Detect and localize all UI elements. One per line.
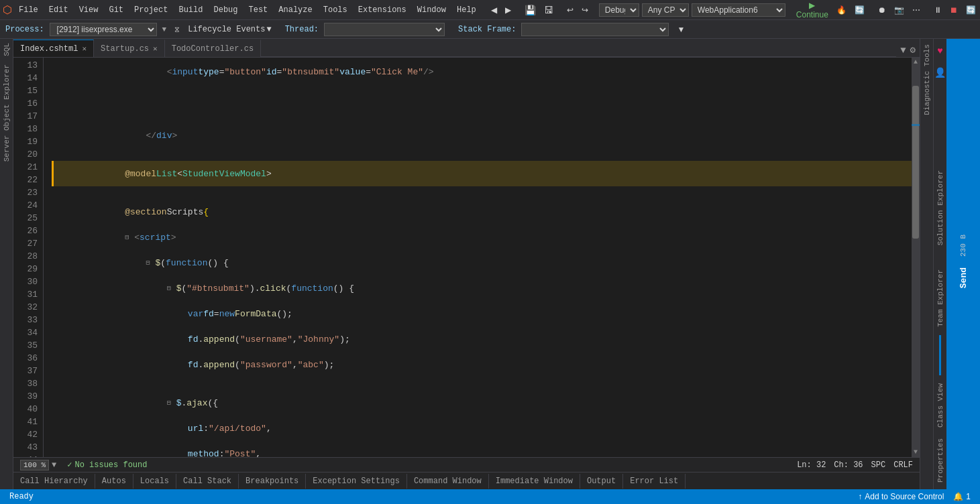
pause-button[interactable]: ⏸ — [931, 4, 944, 16]
team-explorer-label[interactable]: Team Explorer — [935, 265, 946, 331]
code-line-31: method: "Post", — [52, 441, 912, 457]
undo-button[interactable]: ↩ — [564, 4, 576, 16]
tab-breakpoints[interactable]: Breakpoints — [239, 474, 306, 489]
build-menu[interactable]: Build — [174, 4, 207, 16]
view-menu[interactable]: View — [75, 4, 103, 16]
tab-autos[interactable]: Autos — [95, 474, 133, 489]
vertical-scrollbar[interactable]: ▲ ▼ — [912, 58, 920, 457]
heart-icon[interactable]: ♥ — [936, 42, 944, 60]
tab-todocontroller[interactable]: TodoController.cs — [165, 40, 261, 57]
code-line-19: @model List<StudentViewModel> — [52, 161, 912, 186]
profile-icon[interactable]: 👤 — [933, 63, 947, 82]
tab-bar-end — [261, 40, 896, 57]
screenshot-button[interactable]: 📷 — [891, 4, 907, 16]
tab-output[interactable]: Output — [580, 474, 623, 489]
collapse-22[interactable]: ⊟ — [125, 231, 133, 244]
properties-label[interactable]: Properties — [935, 434, 946, 487]
debug-menu[interactable]: Debug — [209, 4, 241, 16]
save-all-button[interactable]: 🖫 — [541, 3, 556, 17]
collapse-23[interactable]: ⊟ — [146, 257, 154, 269]
tab-call-hierarchy[interactable]: Call Hierarchy — [13, 474, 95, 489]
dots-button[interactable]: ⋯ — [910, 4, 923, 16]
tab-immediate-window[interactable]: Immediate Window — [489, 474, 580, 489]
thread-select[interactable] — [324, 23, 445, 36]
git-menu[interactable]: Git — [105, 4, 127, 16]
ln-25: 25 — [13, 212, 38, 225]
right-icons-panel: ♥ 👤 Solution Explorer Team Explorer Clas… — [933, 39, 946, 489]
tab-index-cshtml[interactable]: Index.cshtml ✕ — [13, 40, 94, 57]
stack-btn[interactable]: ▼ — [674, 23, 688, 36]
tab-settings-icon[interactable]: ⚙ — [909, 43, 917, 57]
code-line-27: fd.append("password", "abc"); — [52, 352, 912, 377]
zoom-value[interactable]: 100 % — [20, 460, 49, 470]
continue-button[interactable]: ▶ Continue — [794, 0, 831, 21]
project-menu[interactable]: Project — [130, 4, 172, 16]
server-object-explorer-label[interactable]: Server Object Explorer — [1, 60, 12, 166]
stack-select[interactable] — [521, 23, 669, 36]
file-menu[interactable]: File — [15, 4, 42, 16]
breakpoint-button[interactable]: ⏺ — [875, 4, 889, 16]
zoom-control[interactable]: 100 % ▼ — [20, 460, 56, 470]
tab-close-index[interactable]: ✕ — [82, 44, 87, 53]
lifecycle-button[interactable]: Lifecycle Events ▼ — [188, 25, 271, 34]
collapse-29[interactable]: ⊟ — [167, 397, 175, 410]
solution-explorer-label[interactable]: Solution Explorer — [935, 166, 946, 249]
notifications-button[interactable]: 🔔 1 — [949, 492, 975, 501]
scroll-down-btn[interactable]: ▼ — [912, 448, 920, 457]
collapse-24[interactable]: ⊟ — [167, 282, 175, 295]
tab-error-list[interactable]: Error List — [623, 474, 686, 489]
send-button[interactable]: Send — [956, 262, 971, 294]
ln-13: 13 — [13, 59, 38, 72]
save-button[interactable]: 💾 — [522, 3, 539, 17]
class-view-label[interactable]: Class View — [935, 379, 946, 432]
ln-36: 36 — [13, 352, 38, 365]
tab-startup[interactable]: Startup.cs ✕ — [94, 40, 165, 57]
project-dropdown[interactable]: WebApplication6 — [692, 3, 785, 17]
active-indicator — [939, 335, 941, 375]
fire-button[interactable]: 🔥 — [834, 4, 849, 16]
source-control-button[interactable]: ↑ Add to Source Control — [854, 492, 948, 501]
source-control-label: Add to Source Control — [865, 492, 944, 501]
thread-label: Thread: — [285, 25, 319, 34]
ready-label: Ready — [9, 492, 34, 501]
app-icon: ⬡ — [3, 3, 12, 17]
ln-34: 34 — [13, 326, 38, 339]
restart-button[interactable]: 🔄 — [963, 4, 979, 16]
line-ending: CRLF — [893, 460, 913, 470]
cpu-dropdown[interactable]: Any CPU — [642, 3, 689, 17]
back-button[interactable]: ◀ — [488, 4, 500, 16]
scroll-up-btn[interactable]: ▲ — [912, 58, 920, 67]
scroll-track[interactable] — [912, 67, 920, 448]
refresh-button[interactable]: 🔄 — [852, 4, 867, 16]
code-line-20 — [52, 186, 912, 199]
code-line-24: ⊟$("#btnsubmit").click(function () { — [52, 275, 912, 301]
stop-button[interactable]: ⏹ — [947, 4, 961, 16]
code-content[interactable]: <input type="button" id="btnsubmit" valu… — [44, 58, 912, 457]
ln-21: 21 — [13, 161, 38, 174]
help-menu[interactable]: Help — [453, 4, 480, 16]
process-select[interactable]: [2912] iisexpress.exe — [50, 23, 157, 36]
extensions-menu[interactable]: Extensions — [354, 4, 411, 16]
analyze-menu[interactable]: Analyze — [274, 4, 316, 16]
tab-exception-settings[interactable]: Exception Settings — [306, 474, 407, 489]
edit-menu[interactable]: Edit — [45, 4, 72, 16]
forward-button[interactable]: ▶ — [502, 4, 514, 16]
test-menu[interactable]: Test — [245, 4, 272, 16]
filter-button[interactable]: ⧖ — [172, 23, 182, 35]
diagnostic-tools-panel: Diagnostic Tools — [920, 39, 933, 489]
ln-42: 42 — [13, 428, 38, 441]
diagnostic-tools-label[interactable]: Diagnostic Tools — [922, 39, 932, 121]
tools-menu[interactable]: Tools — [319, 4, 351, 16]
scroll-thumb[interactable] — [912, 86, 919, 238]
tab-call-stack[interactable]: Call Stack — [176, 474, 239, 489]
tab-dropdown-icon[interactable]: ▼ — [899, 44, 907, 57]
config-dropdown[interactable]: Debug — [599, 3, 639, 17]
tab-command-window[interactable]: Command Window — [407, 474, 489, 489]
tab-locals[interactable]: Locals — [133, 474, 176, 489]
redo-button[interactable]: ↪ — [579, 4, 591, 16]
zoom-dropdown[interactable]: ▼ — [52, 460, 56, 470]
sql-label[interactable]: SQL — [1, 39, 12, 60]
tab-close-startup[interactable]: ✕ — [153, 44, 158, 53]
ln-22: 22 — [13, 174, 38, 186]
window-menu[interactable]: Window — [413, 4, 450, 16]
